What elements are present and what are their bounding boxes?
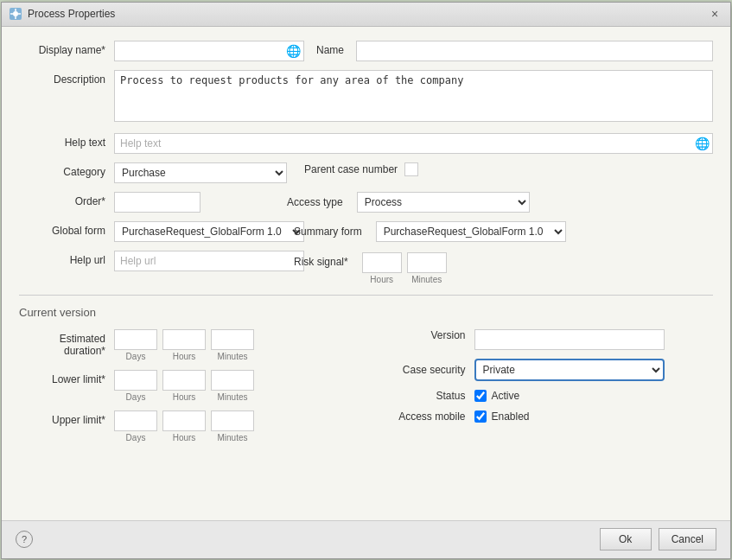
est-minutes-label: Minutes bbox=[217, 352, 247, 361]
category-label: Category bbox=[19, 162, 114, 178]
risk-signal-label: Risk signal* bbox=[294, 252, 355, 268]
est-days-group: 6 Days bbox=[114, 329, 157, 361]
access-mobile-text: Enabled bbox=[492, 410, 530, 423]
upper-hours-group: 0 Hours bbox=[162, 410, 206, 442]
upper-days-input[interactable]: 16 bbox=[114, 410, 157, 431]
risk-hours-label: Hours bbox=[370, 275, 393, 284]
global-form-select[interactable]: PurchaseRequest_GlobalForm 1.0 bbox=[114, 221, 304, 242]
upper-days-label: Days bbox=[126, 433, 146, 442]
version-row: Version 1.0 bbox=[371, 329, 714, 350]
summary-form-label: Summary form bbox=[294, 226, 369, 238]
lower-limit-row: Lower limit* 3 Days 0 Hours 0 Minutes bbox=[19, 370, 362, 402]
upper-limit-label: Upper limit* bbox=[19, 410, 114, 426]
lower-minutes-group: 0 Minutes bbox=[211, 370, 254, 402]
lower-days-input[interactable]: 3 bbox=[114, 370, 157, 391]
cancel-button[interactable]: Cancel bbox=[659, 528, 716, 550]
risk-signal-area: Risk signal* 0 Hours 0 Minutes bbox=[287, 251, 713, 284]
parent-case-area: Parent case number bbox=[287, 162, 713, 176]
lower-limit-label: Lower limit* bbox=[19, 370, 114, 385]
version-right: Version 1.0 Case security Private Public… bbox=[362, 329, 714, 451]
lower-limit-inputs: 3 Days 0 Hours 0 Minutes bbox=[114, 370, 254, 402]
version-label: Version bbox=[371, 329, 474, 341]
global-form-row: Global form PurchaseRequest_GlobalForm 1… bbox=[19, 221, 713, 242]
upper-hours-input[interactable]: 0 bbox=[162, 410, 206, 431]
order-label: Order* bbox=[19, 192, 114, 207]
status-label: Status bbox=[371, 390, 474, 402]
status-text: Active bbox=[492, 390, 520, 402]
status-checkbox[interactable] bbox=[474, 390, 487, 402]
name-input[interactable]: PurchaseRequest bbox=[356, 41, 713, 61]
upper-days-group: 16 Days bbox=[114, 410, 157, 442]
upper-minutes-label: Minutes bbox=[217, 433, 247, 442]
estimated-duration-inputs: 6 Days 0 Hours 0 Minutes bbox=[114, 329, 254, 361]
footer: ? Ok Cancel bbox=[2, 520, 730, 558]
description-label: Description bbox=[19, 70, 114, 86]
help-text-label: Help text bbox=[19, 133, 114, 149]
help-text-row: Help text 🌐 bbox=[19, 133, 713, 154]
summary-form-select[interactable]: PurchaseRequest_GlobalForm 1.0 bbox=[376, 221, 566, 242]
access-type-select[interactable]: Process bbox=[357, 192, 530, 213]
upper-limit-inputs: 16 Days 0 Hours 0 Minutes bbox=[114, 410, 254, 442]
version-section: Estimated duration* 6 Days 0 Hours 0 Min bbox=[19, 329, 713, 451]
parent-case-label: Parent case number bbox=[304, 163, 398, 175]
status-row: Status Active bbox=[371, 390, 714, 402]
estimated-duration-label: Estimated duration* bbox=[19, 329, 114, 357]
help-button[interactable]: ? bbox=[16, 531, 33, 548]
est-hours-input[interactable]: 0 bbox=[162, 329, 206, 350]
description-row: Description Process to request products … bbox=[19, 70, 713, 124]
help-text-control: 🌐 bbox=[114, 133, 713, 154]
version-input[interactable]: 1.0 bbox=[474, 329, 665, 350]
status-checkbox-row: Active bbox=[474, 390, 520, 402]
name-label: Name bbox=[316, 44, 344, 56]
risk-minutes-input[interactable]: 0 bbox=[407, 252, 447, 273]
order-control: 1 bbox=[114, 192, 287, 213]
global-form-control: PurchaseRequest_GlobalForm 1.0 bbox=[114, 221, 287, 242]
current-version-title: Current version bbox=[19, 306, 713, 319]
upper-minutes-input[interactable]: 0 bbox=[211, 410, 254, 431]
case-security-select[interactable]: Private Public Restricted bbox=[474, 359, 665, 381]
est-days-input[interactable]: 6 bbox=[114, 329, 157, 350]
lower-hours-group: 0 Hours bbox=[162, 370, 206, 402]
parent-case-checkbox[interactable] bbox=[404, 162, 418, 176]
lower-minutes-input[interactable]: 0 bbox=[211, 370, 254, 391]
description-textarea[interactable]: Process to request products for any area… bbox=[114, 70, 713, 122]
upper-hours-label: Hours bbox=[173, 433, 196, 442]
global-form-label: Global form bbox=[19, 221, 114, 237]
help-url-control bbox=[114, 251, 287, 271]
access-mobile-row: Access mobile Enabled bbox=[371, 410, 714, 423]
category-control: Purchase bbox=[114, 162, 287, 183]
upper-minutes-group: 0 Minutes bbox=[211, 410, 254, 442]
case-security-row: Case security Private Public Restricted bbox=[371, 359, 714, 381]
est-days-label: Days bbox=[126, 352, 146, 361]
access-type-area: Access type Process bbox=[287, 192, 713, 213]
content-area: Display name* Purchase Request 🌐 Name Pu… bbox=[2, 27, 730, 520]
upper-limit-row: Upper limit* 16 Days 0 Hours 0 Minutes bbox=[19, 410, 362, 442]
category-select[interactable]: Purchase bbox=[114, 162, 287, 183]
est-hours-label: Hours bbox=[173, 352, 196, 361]
access-mobile-label: Access mobile bbox=[371, 410, 474, 423]
risk-hours-input[interactable]: 0 bbox=[362, 252, 402, 273]
estimated-duration-row: Estimated duration* 6 Days 0 Hours 0 Min bbox=[19, 329, 362, 361]
help-url-input[interactable] bbox=[114, 251, 304, 271]
access-mobile-checkbox-row: Enabled bbox=[474, 410, 530, 423]
lower-hours-input[interactable]: 0 bbox=[162, 370, 206, 391]
description-control: Process to request products for any area… bbox=[114, 70, 713, 124]
close-button[interactable]: × bbox=[706, 5, 723, 22]
risk-minutes-label: Minutes bbox=[411, 275, 442, 284]
access-mobile-checkbox[interactable] bbox=[474, 410, 487, 423]
display-name-control: Purchase Request 🌐 bbox=[114, 41, 304, 61]
risk-inputs: 0 Hours 0 Minutes bbox=[362, 252, 447, 284]
order-input[interactable]: 1 bbox=[114, 192, 201, 213]
est-minutes-input[interactable]: 0 bbox=[211, 329, 254, 350]
est-minutes-group: 0 Minutes bbox=[211, 329, 254, 361]
order-row: Order* 1 Access type Process bbox=[19, 192, 713, 213]
help-text-input[interactable] bbox=[114, 133, 713, 154]
risk-hours-group: 0 Hours bbox=[362, 252, 402, 284]
display-name-input[interactable]: Purchase Request bbox=[114, 41, 304, 61]
ok-button[interactable]: Ok bbox=[600, 528, 652, 550]
display-name-row: Display name* Purchase Request 🌐 Name Pu… bbox=[19, 41, 713, 61]
lower-hours-label: Hours bbox=[173, 392, 196, 402]
lower-minutes-label: Minutes bbox=[217, 392, 247, 402]
lower-days-label: Days bbox=[126, 392, 146, 402]
summary-form-area: Summary form PurchaseRequest_GlobalForm … bbox=[287, 221, 713, 242]
